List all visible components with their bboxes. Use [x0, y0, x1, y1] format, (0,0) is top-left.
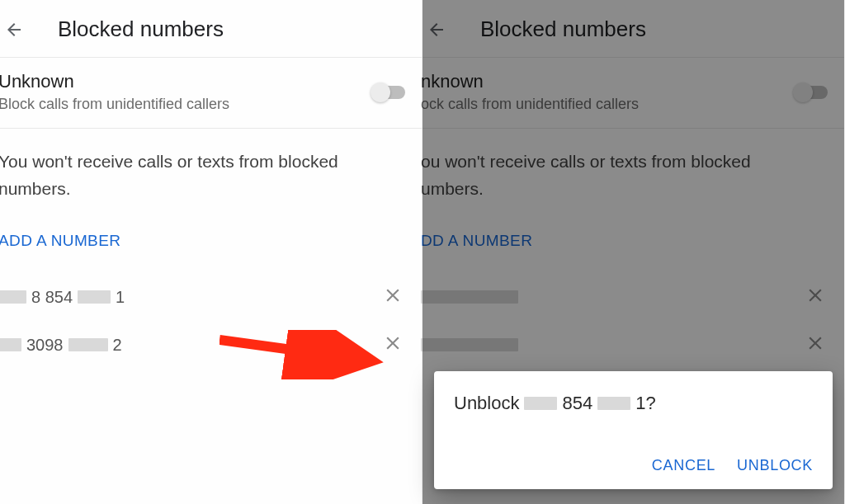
remove-number-button[interactable] — [382, 285, 404, 309]
close-icon — [805, 285, 826, 306]
blocked-number-row — [421, 321, 844, 369]
unknown-title: Unknown — [0, 71, 229, 92]
back-button[interactable] — [0, 20, 58, 40]
unknown-title: nknown — [421, 71, 639, 92]
header: Blocked numbers — [0, 0, 422, 58]
unknown-toggle[interactable] — [372, 86, 405, 99]
remove-number-button[interactable] — [805, 285, 826, 309]
add-number-link[interactable]: DD A NUMBER — [421, 232, 844, 250]
page-title: Blocked numbers — [58, 16, 224, 42]
close-icon — [382, 285, 404, 306]
blocked-number-row: 8 854 1 — [0, 273, 422, 321]
add-number-link[interactable]: ADD A NUMBER — [0, 232, 422, 250]
blocked-number-row: 3098 2 — [0, 321, 422, 369]
redacted-icon — [0, 290, 26, 304]
unblock-dialog: Unblock 854 1? CANCEL UNBLOCK — [434, 371, 833, 489]
blocked-number — [421, 338, 518, 351]
header: Blocked numbers — [422, 0, 844, 58]
redacted-icon — [421, 290, 518, 304]
redacted-icon — [78, 290, 111, 304]
info-text: ou won't receive calls or texts from blo… — [421, 129, 844, 202]
unknown-text: Unknown Block calls from unidentified ca… — [0, 71, 229, 113]
right-panel: Blocked numbers nknown ock calls from un… — [422, 0, 845, 504]
blocked-number: 8 854 1 — [0, 288, 125, 307]
left-panel: Blocked numbers Unknown Block calls from… — [0, 0, 422, 504]
blocked-number — [421, 290, 518, 304]
redacted-icon — [421, 338, 518, 351]
redacted-icon — [597, 397, 630, 410]
remove-number-button[interactable] — [805, 332, 826, 357]
unknown-text: nknown ock calls from unidentified calle… — [421, 71, 639, 113]
redacted-icon — [524, 397, 557, 410]
redacted-icon — [0, 338, 21, 351]
unknown-toggle[interactable] — [795, 86, 828, 99]
remove-number-button[interactable] — [382, 332, 404, 357]
unknown-setting[interactable]: Unknown Block calls from unidentified ca… — [0, 58, 422, 129]
close-icon — [805, 332, 826, 354]
dialog-actions: CANCEL UNBLOCK — [454, 457, 813, 474]
unblock-button[interactable]: UNBLOCK — [737, 457, 813, 474]
info-text: You won't receive calls or texts from bl… — [0, 129, 422, 202]
arrow-back-icon — [427, 20, 446, 40]
unknown-subtitle: ock calls from unidentified callers — [421, 96, 639, 113]
redacted-icon — [68, 338, 108, 351]
dialog-message: Unblock 854 1? — [454, 393, 813, 414]
blocked-number: 3098 2 — [0, 336, 122, 355]
back-button[interactable] — [422, 20, 480, 40]
unknown-subtitle: Block calls from unidentified callers — [0, 96, 229, 113]
cancel-button[interactable]: CANCEL — [652, 457, 715, 474]
close-icon — [382, 332, 404, 354]
page-title: Blocked numbers — [480, 16, 646, 42]
arrow-back-icon — [4, 20, 24, 40]
blocked-number-row — [421, 273, 844, 321]
unknown-setting[interactable]: nknown ock calls from unidentified calle… — [421, 58, 844, 129]
